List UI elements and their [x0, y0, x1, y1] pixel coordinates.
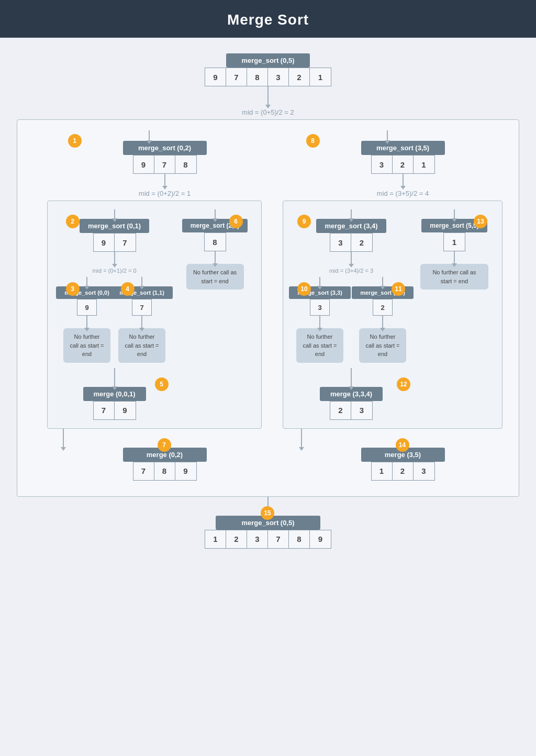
badge-7: 7 [158, 438, 171, 452]
n1-array: 9 7 8 [133, 155, 197, 174]
arrow [141, 316, 142, 328]
arrow [164, 174, 165, 186]
arrow [114, 368, 115, 387]
arrow [403, 174, 404, 186]
cell: 1 [310, 68, 331, 86]
n8-array: 3 2 1 [371, 155, 435, 174]
mid-label: mid = (3+4)/2 = 3 [329, 268, 373, 274]
n11-array: 2 [373, 299, 393, 316]
n6-no-further: No further call as start = end [186, 264, 244, 290]
n9-subtree: 9 merge_sort (3,4) 3 2 [296, 209, 406, 420]
n15-array: 1 2 3 7 8 9 [205, 530, 331, 549]
badge-4: 4 [121, 282, 135, 296]
badge-13: 13 [474, 215, 487, 228]
n13-subtree: 13 merge_sort (5,5) 1 No further call as [420, 209, 488, 290]
n9-array: 3 2 [330, 233, 373, 252]
mid-label: mid = (0+1)/2 = 0 [92, 268, 136, 274]
root-node: merge_sort (0,5) 9 7 8 3 2 1 [205, 53, 331, 86]
n14-array: 1 2 3 [371, 462, 435, 481]
n2-array: 9 7 [93, 233, 136, 252]
n5-node: merge (0,0,1) 7 9 [83, 387, 146, 420]
n11-no-further: No further call as start = end [359, 328, 406, 363]
cell: 8 [247, 68, 268, 86]
arrow [351, 252, 352, 264]
root-label: merge_sort (0,5) [226, 53, 310, 68]
n8-label: merge_sort (3,5) [361, 141, 445, 155]
n1-children-row: 2 merge_sort (0,1) 9 7 [54, 209, 255, 420]
arrow [215, 251, 216, 264]
n4-subtree: 4 merge_sort (1,1) 7 [120, 277, 164, 363]
badge-2: 2 [66, 215, 80, 228]
badge-11: 11 [392, 282, 405, 296]
n10-subtree: 10 merge_sort (3,3) 3 [296, 277, 343, 363]
n7-node: merge (0,2) 7 8 9 [123, 448, 207, 481]
n14-node: merge (3,5) 1 2 3 [361, 448, 445, 481]
badge-12: 12 [397, 377, 410, 391]
root-array: 9 7 8 3 2 1 [205, 68, 331, 86]
n3-n4-row: 3 merge_sort (0,0) 9 [65, 277, 164, 363]
right-subtree: 8 merge_sort (3,5) 3 2 1 mid = (3+5)/2 =… [270, 130, 505, 481]
badge-3: 3 [66, 282, 80, 296]
badge-9: 9 [297, 215, 311, 228]
cell: 9 [205, 68, 226, 86]
badge-5: 5 [155, 377, 169, 391]
n1-label: merge_sort (0,2) [123, 141, 207, 155]
n13-array: 1 [443, 232, 465, 251]
n3-array: 9 [77, 299, 97, 316]
n3-node: merge_sort (0,0) 9 [56, 286, 118, 316]
n12-node: merge (3,3,4) 2 3 [320, 387, 383, 420]
badge-15: 15 [261, 506, 274, 520]
n6-subtree: 6 merge_sort (2,2) 8 No further call as [186, 209, 244, 290]
n10-no-further: No further call as start = end [296, 328, 343, 363]
n4-no-further: No further call as start = end [118, 328, 165, 363]
n4-node: merge_sort (1,1) 7 [111, 286, 173, 316]
cell: 7 [226, 68, 247, 86]
badge-10: 10 [297, 282, 311, 296]
n12-array: 2 3 [330, 401, 373, 420]
left-subtree: 1 merge_sort (0,2) 9 7 8 mid = (0+2)/2 =… [31, 130, 267, 481]
arrow [382, 316, 383, 328]
arrow [301, 429, 302, 448]
n1-inner-box: 2 merge_sort (0,1) 9 7 [47, 201, 262, 429]
cell: 3 [268, 68, 289, 86]
arrow [267, 86, 269, 105]
badge-6: 6 [229, 215, 243, 228]
arrow [319, 316, 320, 328]
mid-label: mid = (0+5)/2 = 2 [242, 108, 294, 116]
n9-node: merge_sort (3,4) 3 2 [316, 219, 386, 252]
n11-subtree: 11 merge_sort (4,4) 2 [359, 277, 406, 363]
main-content: merge_sort (0,5) 9 7 8 3 2 1 mid = (0+5)… [0, 38, 536, 570]
n5-array: 7 9 [93, 401, 136, 420]
arrow [114, 252, 115, 264]
n8-node: merge_sort (3,5) 3 2 1 [361, 141, 445, 174]
badge-14: 14 [396, 438, 409, 452]
n6-array: 8 [204, 232, 226, 251]
n4-array: 7 [132, 299, 152, 316]
badge-8: 8 [306, 134, 320, 148]
outer-box: 1 merge_sort (0,2) 9 7 8 mid = (0+2)/2 =… [17, 119, 519, 497]
page-title: Merge Sort [0, 0, 536, 38]
cell: 2 [289, 68, 310, 86]
n7-array: 7 8 9 [133, 462, 197, 481]
mid-label: mid = (0+2)/2 = 1 [139, 190, 191, 197]
n10-array: 3 [310, 299, 330, 316]
arrow [351, 368, 352, 387]
n13-no-further: No further call as start = end [420, 264, 488, 290]
n15-node: merge_sort (0,5) 1 2 3 7 8 9 [205, 516, 331, 549]
arrow [454, 251, 455, 264]
n3-subtree: 3 merge_sort (0,0) 9 [65, 277, 109, 363]
arrow [63, 429, 64, 448]
n8-inner-box: 9 merge_sort (3,4) 3 2 [283, 201, 502, 429]
n2-node: merge_sort (0,1) 9 7 [80, 219, 149, 252]
n3-no-further: No further call as start = end [63, 328, 110, 363]
n2-subtree: 2 merge_sort (0,1) 9 7 [65, 209, 164, 420]
n1-node: merge_sort (0,2) 9 7 8 [123, 141, 207, 174]
n8-children-row: 9 merge_sort (3,4) 3 2 [289, 209, 496, 420]
mid-label: mid = (3+5)/2 = 4 [377, 190, 429, 197]
arrow [86, 316, 87, 328]
badge-1: 1 [68, 134, 82, 148]
n10-n11-row: 10 merge_sort (3,3) 3 [296, 277, 406, 363]
